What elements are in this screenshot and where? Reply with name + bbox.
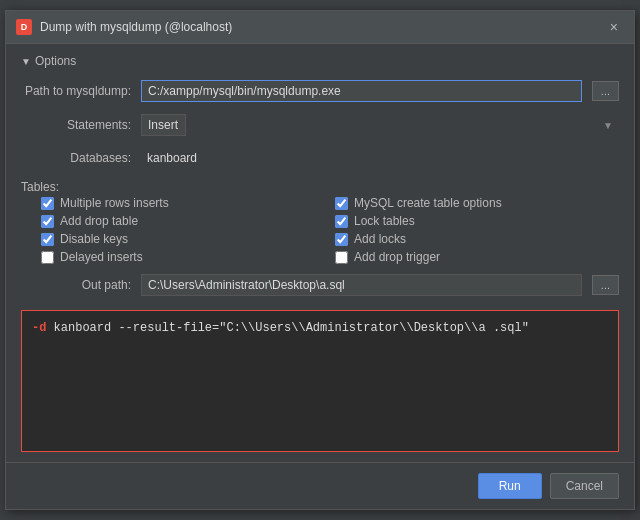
select-arrow-icon: ▼ [603,120,613,131]
checkbox-multiple-rows-inserts[interactable] [41,197,54,210]
dialog-content: ▼ Options Path to mysqldump: ... Stateme… [6,44,634,462]
checkbox-add-drop-table[interactable] [41,215,54,228]
checkbox-row-add-drop-trigger: Add drop trigger [335,250,619,264]
databases-label: Databases: [21,151,131,165]
checkbox-lock-tables[interactable] [335,215,348,228]
dialog-footer: Run Cancel [6,462,634,509]
tables-section: Tables: Multiple rows inserts MySQL crea… [21,180,619,264]
options-label: Options [35,54,76,68]
checkbox-add-drop-trigger[interactable] [335,251,348,264]
label-multiple-rows-inserts: Multiple rows inserts [60,196,169,210]
label-add-drop-trigger: Add drop trigger [354,250,440,264]
dialog-window: D Dump with mysqldump (@localhost) × ▼ O… [5,10,635,510]
checkbox-row-disable-keys: Disable keys [41,232,325,246]
options-header: ▼ Options [21,54,619,68]
statements-select[interactable]: Insert [141,114,186,136]
path-input[interactable] [141,80,582,102]
databases-row: Databases: kanboard [21,148,619,168]
statements-label: Statements: [21,118,131,132]
dialog-title: Dump with mysqldump (@localhost) [40,20,232,34]
title-bar-left: D Dump with mysqldump (@localhost) [16,19,232,35]
checkboxes-grid: Multiple rows inserts MySQL create table… [21,196,619,264]
checkbox-mysql-create-table[interactable] [335,197,348,210]
label-disable-keys: Disable keys [60,232,128,246]
path-browse-button[interactable]: ... [592,81,619,101]
checkbox-row-mysql-create: MySQL create table options [335,196,619,210]
cmd-highlight: -d [32,321,46,335]
collapse-arrow: ▼ [21,56,31,67]
checkbox-row-delayed-inserts: Delayed inserts [41,250,325,264]
checkbox-row-lock-tables: Lock tables [335,214,619,228]
checkbox-add-locks[interactable] [335,233,348,246]
outpath-browse-button[interactable]: ... [592,275,619,295]
statements-select-wrapper: Insert ▼ [141,114,619,136]
label-lock-tables: Lock tables [354,214,415,228]
outpath-row: Out path: ... [21,274,619,296]
command-area: -d kanboard --result-file="C:\\Users\\Ad… [21,310,619,452]
label-add-drop-table: Add drop table [60,214,138,228]
cancel-button[interactable]: Cancel [550,473,619,499]
path-label: Path to mysqldump: [21,84,131,98]
tables-label: Tables: [21,180,619,194]
checkbox-row-add-drop-table: Add drop table [41,214,325,228]
label-delayed-inserts: Delayed inserts [60,250,143,264]
databases-value: kanboard [141,148,203,168]
run-button[interactable]: Run [478,473,542,499]
close-button[interactable]: × [604,17,624,37]
outpath-input[interactable] [141,274,582,296]
label-add-locks: Add locks [354,232,406,246]
outpath-label: Out path: [21,278,131,292]
app-icon: D [16,19,32,35]
statements-row: Statements: Insert ▼ [21,114,619,136]
path-row: Path to mysqldump: ... [21,80,619,102]
checkbox-row-multiple-rows: Multiple rows inserts [41,196,325,210]
title-bar: D Dump with mysqldump (@localhost) × [6,11,634,44]
checkbox-disable-keys[interactable] [41,233,54,246]
checkbox-row-add-locks: Add locks [335,232,619,246]
cmd-text: kanboard --result-file="C:\\Users\\Admin… [46,321,528,335]
label-mysql-create-table: MySQL create table options [354,196,502,210]
checkbox-delayed-inserts[interactable] [41,251,54,264]
